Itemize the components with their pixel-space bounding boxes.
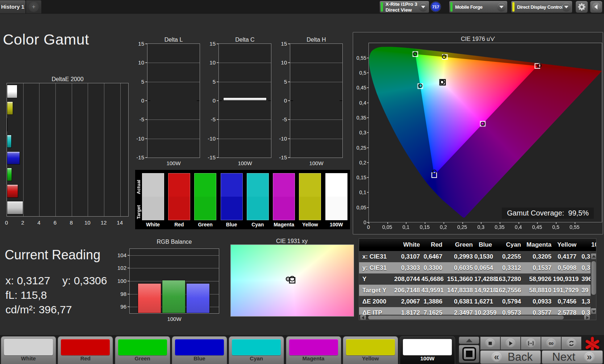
row-label: y: CIE31 (359, 262, 391, 273)
cd-label: cd/m²: (5, 304, 36, 315)
patch-color-green (118, 339, 167, 355)
y-tick-label: 10 (273, 59, 287, 66)
y-tick-label: -5 (202, 116, 216, 122)
settings-button[interactable] (575, 1, 588, 13)
gridline (55, 83, 56, 216)
gridline (104, 83, 104, 216)
svg-text:∞: ∞ (549, 339, 554, 347)
tick-mark (556, 222, 557, 224)
table-row: Target Y206,714843,9591147,833814,921816… (359, 285, 596, 296)
gridline (88, 83, 88, 216)
play-button[interactable] (500, 336, 521, 350)
double-chevron-right-icon: » (584, 352, 595, 363)
patch-button-cyan[interactable]: Cyan (229, 336, 284, 364)
cell: 191,7929 (553, 285, 578, 296)
column-header: Yellow (553, 239, 578, 251)
arrow-up-icon (592, 255, 596, 258)
add-tab-button[interactable]: + (26, 0, 41, 13)
display-control-dropdown[interactable]: Direct Display Control (511, 1, 572, 13)
source-dropdown[interactable]: Mobile Forge (449, 1, 508, 13)
loop-button[interactable]: ∞ (541, 336, 561, 350)
tick-mark (367, 177, 368, 178)
rgb-balance-chart-title: RGB Balance (129, 239, 219, 245)
patch-button-100w[interactable]: 100W (400, 336, 455, 364)
back-button[interactable]: « Back (480, 350, 541, 364)
tick-mark (145, 138, 147, 139)
next-button[interactable]: Next » (542, 350, 603, 364)
tick-mark (288, 119, 290, 120)
cell: 0,2255 (493, 251, 522, 262)
gridline (219, 120, 271, 120)
tick-mark (128, 255, 129, 256)
vertical-scroll-thumb[interactable] (591, 261, 596, 295)
measurement-table: WhiteRedGreenBlueCyanMagentaYellow100Wx:… (359, 238, 596, 320)
calman-window: History 1 + X-Rite i1Pro 3 Direct View 7… (0, 0, 604, 364)
current-reading-cd: cd/m²: 396,77 (5, 304, 72, 316)
rgb-balance-chart (129, 248, 219, 314)
patch-button-white[interactable]: White (1, 336, 56, 364)
patch-button-red[interactable]: Red (58, 336, 113, 364)
pattern-window-button[interactable] (459, 345, 479, 363)
horizontal-scrollbar[interactable] (359, 315, 596, 320)
top-bar: History 1 + X-Rite i1Pro 3 Direct View 7… (0, 0, 604, 14)
bar-red (7, 184, 18, 198)
bar-magenta (7, 118, 8, 131)
scroll-down-button[interactable] (591, 308, 596, 314)
scroll-left-button[interactable] (360, 315, 366, 320)
scroll-right-button[interactable] (584, 315, 590, 320)
pattern-up-button[interactable] (459, 336, 479, 344)
swatch-outline (299, 173, 321, 220)
vertical-scrollbar[interactable] (591, 251, 596, 315)
tick-mark (367, 147, 368, 148)
y-tick-label: 5 (130, 79, 144, 85)
refresh-button[interactable] (561, 336, 582, 350)
horizontal-scroll-thumb[interactable] (368, 315, 564, 320)
chevron-down-icon[interactable] (562, 3, 570, 11)
bar-cyan (7, 135, 12, 148)
scroll-up-button[interactable] (591, 253, 596, 260)
y-tick-label: 5 (273, 79, 287, 85)
tick-mark (217, 43, 218, 44)
y-tick-label: 0,1 (353, 189, 366, 195)
cell: 0,3205 (522, 251, 553, 262)
cell: 0,7456 (553, 296, 578, 307)
swatch-label: 100W (325, 222, 347, 227)
cell: 208,0744 (391, 273, 421, 285)
tick-mark (367, 132, 368, 133)
cell: 1,3886 (421, 296, 444, 307)
x-tick-label: 0,3 (474, 224, 488, 230)
patch-button-magenta[interactable]: Magenta (286, 336, 341, 364)
column-header: Magenta (522, 239, 553, 251)
zero-tick (340, 100, 342, 101)
tick-mark (518, 222, 519, 224)
patch-label: 100W (400, 355, 455, 361)
y-tick-label: 98 (112, 291, 126, 297)
actual-row-label: Actual (136, 175, 142, 199)
y-tick-label: 0,35 (353, 115, 366, 121)
swatch-outline (221, 173, 243, 220)
tick-mark (217, 157, 218, 158)
cell: 58,9926 (522, 273, 553, 285)
tick-mark (145, 81, 147, 82)
patch-button-green[interactable]: Green (115, 336, 170, 364)
column-header: 100W (578, 239, 596, 251)
swatch-outline (247, 173, 269, 220)
stop-button[interactable] (480, 336, 500, 350)
gamut-coverage-value: 99,5% (568, 209, 589, 217)
y-tick-label: 10 (130, 59, 144, 66)
patch-button-blue[interactable]: Blue (172, 336, 227, 364)
y-tick-label: -10 (130, 135, 144, 142)
meter-dropdown[interactable]: X-Rite i1Pro 3 Direct View (379, 1, 429, 13)
swatch-white: White (142, 173, 164, 227)
patch-label: Green (115, 355, 170, 361)
tick-mark (217, 138, 218, 139)
collapse-panel-button[interactable] (590, 1, 603, 13)
chevron-down-icon[interactable] (419, 3, 427, 11)
patch-button-yellow[interactable]: Yellow (343, 336, 398, 364)
tick-mark (288, 43, 290, 44)
tab-history-1[interactable]: History 1 (0, 0, 26, 13)
target-row-label: Target (136, 200, 142, 224)
chevron-down-icon[interactable] (497, 3, 505, 11)
meter-count-badge[interactable]: 717 (431, 2, 441, 12)
step-button[interactable] (521, 336, 541, 350)
